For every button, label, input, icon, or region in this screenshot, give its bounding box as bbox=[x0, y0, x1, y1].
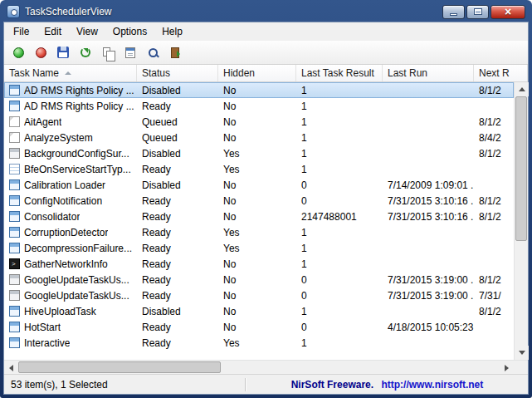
scroll-down-button[interactable] bbox=[515, 346, 529, 360]
last-task-result-cell: 1 bbox=[296, 164, 383, 175]
table-row[interactable]: DecompressionFailure...ReadyYes1 bbox=[4, 240, 514, 256]
hidden-cell: No bbox=[218, 132, 296, 144]
column-label: Task Name bbox=[9, 67, 59, 79]
task-name: HiveUploadTask bbox=[24, 306, 96, 317]
task-icon bbox=[9, 148, 20, 159]
hidden-cell: No bbox=[218, 116, 296, 128]
refresh-button[interactable] bbox=[76, 42, 95, 62]
task-icon bbox=[9, 274, 20, 285]
table-row[interactable]: InteractiveReadyYes1 bbox=[4, 335, 514, 351]
hidden-cell: Yes bbox=[218, 337, 296, 349]
table-row[interactable]: Calibration LoaderDisabledNo07/14/2009 1… bbox=[4, 177, 514, 193]
table-row[interactable]: AD RMS Rights Policy ...DisabledNo18/1/2 bbox=[4, 82, 514, 98]
status-bar: 53 item(s), 1 Selected NirSoft Freeware.… bbox=[4, 374, 528, 394]
column-header-task-name[interactable]: Task Name bbox=[4, 65, 137, 81]
task-name-cell: AD RMS Rights Policy ... bbox=[4, 101, 137, 112]
menu-bar: FileEditViewOptionsHelp bbox=[4, 22, 528, 41]
column-header-last-run[interactable]: Last Run bbox=[383, 65, 474, 81]
menu-item-help[interactable]: Help bbox=[154, 23, 190, 40]
table-row[interactable]: GoogleUpdateTaskUs...ReadyNo07/31/2015 3… bbox=[4, 287, 514, 303]
table-row[interactable]: HotStartReadyNo04/18/2015 10:05:23... bbox=[4, 319, 514, 335]
status-cell: Ready bbox=[137, 258, 218, 270]
task-name-cell: CorruptionDetector bbox=[4, 227, 137, 238]
left-arrow-icon bbox=[9, 365, 13, 371]
task-name: Consolidator bbox=[24, 211, 80, 223]
scroll-right-button[interactable] bbox=[500, 361, 514, 375]
horizontal-scroll-thumb[interactable] bbox=[18, 361, 221, 373]
hidden-cell: No bbox=[218, 290, 296, 302]
horizontal-scrollbar[interactable] bbox=[4, 361, 514, 374]
hidden-cell: No bbox=[218, 211, 296, 223]
task-name-cell: AD RMS Rights Policy ... bbox=[4, 85, 137, 96]
horizontal-scroll-track[interactable] bbox=[18, 361, 500, 374]
menu-item-options[interactable]: Options bbox=[105, 23, 154, 40]
close-button[interactable]: × bbox=[491, 5, 525, 19]
up-arrow-icon bbox=[519, 87, 525, 91]
menu-item-view[interactable]: View bbox=[69, 23, 105, 40]
task-icon bbox=[9, 211, 20, 222]
properties-button[interactable] bbox=[120, 42, 140, 62]
nirsoft-url-link[interactable]: http://www.nirsoft.net bbox=[381, 379, 483, 391]
scroll-up-button[interactable] bbox=[515, 82, 529, 96]
column-header-next-r[interactable]: Next R bbox=[474, 65, 528, 81]
table-row[interactable]: ConsolidatorReadyNo21474880017/31/2015 3… bbox=[4, 209, 514, 224]
task-icon bbox=[9, 258, 20, 269]
table-row[interactable]: AitAgentQueuedNo18/1/2 bbox=[4, 114, 514, 130]
table-row[interactable]: GoogleUpdateTaskUs...ReadyNo07/31/2015 3… bbox=[4, 272, 514, 287]
table-row[interactable]: AD RMS Rights Policy ...ReadyNo1 bbox=[4, 98, 514, 114]
status-cell: Ready bbox=[137, 322, 218, 333]
table-row[interactable]: BfeOnServiceStartTyp...ReadyYes1 bbox=[4, 161, 514, 177]
save-button[interactable] bbox=[53, 42, 73, 62]
last-task-result-cell: 1 bbox=[296, 337, 383, 349]
table-row[interactable]: AnalyzeSystemQueuedNo18/4/2 bbox=[4, 130, 514, 145]
table-row[interactable]: CorruptionDetectorReadyYes1 bbox=[4, 224, 514, 240]
exit-icon bbox=[171, 47, 179, 58]
hidden-cell: Yes bbox=[218, 243, 296, 254]
last-task-result-cell: 1 bbox=[296, 85, 383, 96]
task-name-cell: HiveUploadTask bbox=[4, 306, 137, 317]
status-cell: Ready bbox=[137, 290, 218, 302]
vertical-scroll-track[interactable] bbox=[515, 96, 528, 346]
table-row[interactable]: GatherNetworkInfoReadyNo1 bbox=[4, 256, 514, 272]
last-task-result-cell: 1 bbox=[296, 132, 383, 144]
table-row[interactable]: HiveUploadTaskDisabledNo18/1/2 bbox=[4, 303, 514, 319]
menu-item-edit[interactable]: Edit bbox=[37, 23, 69, 40]
right-arrow-icon bbox=[505, 365, 509, 371]
minimize-button[interactable] bbox=[442, 5, 465, 19]
task-name: GoogleUpdateTaskUs... bbox=[24, 274, 129, 286]
table-row[interactable]: ConfigNotificationReadyNo07/31/2015 3:10… bbox=[4, 193, 514, 209]
find-button[interactable] bbox=[143, 42, 163, 62]
task-name: GatherNetworkInfo bbox=[24, 258, 108, 270]
maximize-icon bbox=[474, 8, 482, 15]
run-task-button[interactable] bbox=[8, 42, 28, 62]
column-header-last-task-result[interactable]: Last Task Result bbox=[296, 65, 383, 81]
hidden-cell: No bbox=[218, 101, 296, 112]
exit-button[interactable] bbox=[165, 42, 185, 62]
vertical-scroll-thumb[interactable] bbox=[515, 96, 527, 241]
hidden-cell: No bbox=[218, 195, 296, 207]
scroll-left-button[interactable] bbox=[4, 361, 18, 375]
table-row[interactable]: BackgroundConfigSur...DisabledYes18/1/2 bbox=[4, 145, 514, 161]
next-run-cell: 8/1/2 bbox=[474, 274, 505, 286]
last-task-result-cell: 1 bbox=[296, 258, 383, 270]
horizontal-scrollbar-row bbox=[4, 360, 528, 374]
copy-button[interactable] bbox=[98, 42, 118, 62]
task-icon bbox=[9, 337, 20, 348]
stop-task-button[interactable] bbox=[31, 42, 51, 62]
task-name: BfeOnServiceStartTyp... bbox=[24, 164, 131, 175]
task-name-cell: AnalyzeSystem bbox=[4, 132, 137, 144]
task-name-cell: Calibration Loader bbox=[4, 179, 137, 191]
column-header-hidden[interactable]: Hidden bbox=[218, 65, 296, 81]
task-name-cell: BfeOnServiceStartTyp... bbox=[4, 164, 137, 175]
menu-item-file[interactable]: File bbox=[6, 23, 37, 40]
last-run-cell: 7/31/2015 3:19:00 ... bbox=[383, 290, 474, 302]
next-run-cell: 8/1/2 bbox=[474, 116, 505, 128]
column-header-status[interactable]: Status bbox=[137, 65, 218, 81]
vertical-scrollbar[interactable] bbox=[514, 82, 528, 360]
copy-icon bbox=[103, 47, 110, 57]
last-task-result-cell: 1 bbox=[296, 227, 383, 238]
task-name-cell: DecompressionFailure... bbox=[4, 243, 137, 254]
title-bar[interactable]: TaskSchedulerView × bbox=[3, 0, 529, 22]
status-cell: Disabled bbox=[137, 85, 218, 96]
maximize-button[interactable] bbox=[466, 5, 489, 19]
